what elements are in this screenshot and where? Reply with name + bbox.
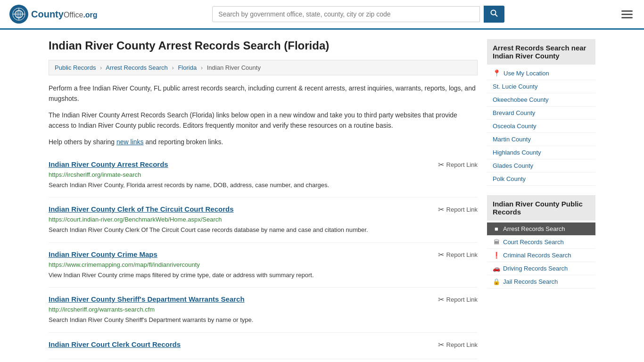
desc-3-suffix: and reporting broken links. bbox=[144, 138, 223, 146]
nearby-link[interactable]: Martin County bbox=[493, 136, 531, 143]
report-link[interactable]: ✂ Report Link bbox=[438, 160, 478, 169]
record-header: Indian River Court Clerk Court Records ✂… bbox=[49, 340, 478, 349]
nearby-link[interactable]: Highlands County bbox=[493, 149, 541, 156]
sidebar-item-icon: 🏛 bbox=[493, 239, 500, 246]
logo-area: CountyOffice.org bbox=[9, 5, 98, 24]
new-links-link[interactable]: new links bbox=[116, 138, 144, 146]
report-label: Report Link bbox=[446, 341, 478, 348]
breadcrumb-sep-2: › bbox=[172, 64, 173, 71]
record-item: Indian River Court Clerk Court Records ✂… bbox=[49, 333, 478, 359]
main-content: Indian River County Arrest Records Searc… bbox=[49, 39, 478, 359]
record-title[interactable]: Indian River Court Clerk Court Records bbox=[49, 340, 181, 348]
nearby-list-item[interactable]: 📍Use My Location bbox=[487, 66, 595, 80]
nearby-list-item[interactable]: St. Lucie County bbox=[487, 80, 595, 93]
main-container: Indian River County Arrest Records Searc… bbox=[39, 30, 605, 362]
nearby-link[interactable]: Use My Location bbox=[504, 70, 549, 77]
breadcrumb-florida[interactable]: Florida bbox=[178, 64, 197, 71]
desc-3-prefix: Help others by sharing bbox=[49, 138, 116, 146]
public-records-heading: Indian River County Public Records bbox=[487, 195, 595, 221]
record-desc: Search Indian River County Clerk Of The … bbox=[49, 225, 478, 235]
report-icon: ✂ bbox=[438, 340, 444, 349]
record-desc: Search Indian River County Sheriff's Dep… bbox=[49, 315, 478, 325]
page-title: Indian River County Arrest Records Searc… bbox=[49, 39, 478, 52]
search-button[interactable] bbox=[484, 6, 504, 23]
nearby-heading: Arrest Records Search near Indian River … bbox=[487, 39, 595, 65]
nearby-list-item[interactable]: Okeechobee County bbox=[487, 93, 595, 107]
record-url: https://court.indian-river.org/Benchmark… bbox=[49, 216, 478, 223]
nearby-section: Arrest Records Search near Indian River … bbox=[487, 39, 595, 186]
nearby-list-item[interactable]: Brevard County bbox=[487, 107, 595, 120]
public-records-link[interactable]: Driving Records Search bbox=[503, 265, 568, 272]
record-header: Indian River County Clerk of The Circuit… bbox=[49, 205, 478, 214]
logo-text: CountyOffice.org bbox=[31, 9, 98, 20]
breadcrumb-sep-1: › bbox=[100, 64, 102, 71]
search-input[interactable] bbox=[212, 6, 480, 22]
nearby-list-item[interactable]: Osceola County bbox=[487, 120, 595, 133]
report-icon: ✂ bbox=[438, 250, 444, 259]
sidebar-item-icon: 🔒 bbox=[493, 278, 500, 285]
public-records-list-item[interactable]: ❗ Criminal Records Search bbox=[487, 249, 595, 262]
record-desc: View Indian River County crime maps filt… bbox=[49, 271, 478, 280]
public-records-link[interactable]: Arrest Records Search bbox=[503, 225, 565, 232]
nearby-list-item[interactable]: Highlands County bbox=[487, 146, 595, 159]
description-2: The Indian River County Arrest Records S… bbox=[49, 110, 478, 131]
nearby-link[interactable]: Brevard County bbox=[493, 109, 535, 116]
public-records-link[interactable]: Court Records Search bbox=[503, 239, 564, 246]
nearby-list-item[interactable]: Martin County bbox=[487, 133, 595, 146]
location-icon: 📍 bbox=[493, 69, 501, 77]
nearby-list-item[interactable]: Glades County bbox=[487, 159, 595, 173]
record-title[interactable]: Indian River County Clerk of The Circuit… bbox=[49, 205, 234, 213]
report-link[interactable]: ✂ Report Link bbox=[438, 250, 478, 259]
description-1: Perform a free Indian River County, FL p… bbox=[49, 83, 478, 104]
report-link[interactable]: ✂ Report Link bbox=[438, 340, 478, 349]
nearby-link[interactable]: Glades County bbox=[493, 162, 533, 169]
report-label: Report Link bbox=[446, 206, 478, 213]
breadcrumb-public-records[interactable]: Public Records bbox=[55, 64, 96, 71]
search-area bbox=[212, 6, 504, 23]
record-item: Indian River County Arrest Records ✂ Rep… bbox=[49, 153, 478, 198]
nearby-link[interactable]: Okeechobee County bbox=[493, 96, 549, 103]
report-label: Report Link bbox=[446, 251, 478, 258]
menu-button[interactable] bbox=[619, 8, 635, 20]
record-item: Indian River County Clerk of The Circuit… bbox=[49, 197, 478, 243]
report-icon: ✂ bbox=[438, 160, 444, 169]
breadcrumb: Public Records › Arrest Records Search ›… bbox=[49, 60, 478, 75]
record-header: Indian River County Sheriff's Department… bbox=[49, 295, 478, 304]
sidebar-item-icon: ❗ bbox=[493, 252, 500, 259]
record-title[interactable]: Indian River County Arrest Records bbox=[49, 160, 168, 168]
record-header: Indian River County Crime Maps ✂ Report … bbox=[49, 250, 478, 259]
public-records-list-item[interactable]: 🔒 Jail Records Search bbox=[487, 275, 595, 288]
report-icon: ✂ bbox=[438, 205, 444, 214]
nearby-link[interactable]: St. Lucie County bbox=[493, 83, 537, 90]
record-url: https://ircsheriff.org/inmate-search bbox=[49, 171, 478, 178]
nearby-link[interactable]: Osceola County bbox=[493, 123, 537, 130]
public-records-list-item[interactable]: 🚗 Driving Records Search bbox=[487, 262, 595, 275]
record-title[interactable]: Indian River County Crime Maps bbox=[49, 250, 157, 258]
breadcrumb-current: Indian River County bbox=[207, 64, 261, 71]
report-label: Report Link bbox=[446, 161, 478, 168]
breadcrumb-arrest-records[interactable]: Arrest Records Search bbox=[106, 64, 168, 71]
public-records-list-item[interactable]: 🏛 Court Records Search bbox=[487, 236, 595, 249]
public-records-link[interactable]: Jail Records Search bbox=[503, 278, 558, 285]
record-item: Indian River County Crime Maps ✂ Report … bbox=[49, 243, 478, 288]
public-records-list: ■ Arrest Records Search 🏛 Court Records … bbox=[487, 222, 595, 288]
report-link[interactable]: ✂ Report Link bbox=[438, 205, 478, 214]
report-icon: ✂ bbox=[438, 295, 444, 304]
report-link[interactable]: ✂ Report Link bbox=[438, 295, 478, 304]
report-label: Report Link bbox=[446, 296, 478, 303]
records-container: Indian River County Arrest Records ✂ Rep… bbox=[49, 153, 478, 359]
header: CountyOffice.org bbox=[0, 0, 644, 30]
public-records-link[interactable]: Criminal Records Search bbox=[503, 252, 571, 259]
nearby-link[interactable]: Polk County bbox=[493, 175, 526, 182]
nearby-list: 📍Use My LocationSt. Lucie CountyOkeechob… bbox=[487, 66, 595, 186]
record-title[interactable]: Indian River County Sheriff's Department… bbox=[49, 295, 245, 303]
record-item: Indian River County Sheriff's Department… bbox=[49, 288, 478, 333]
breadcrumb-sep-3: › bbox=[201, 64, 203, 71]
record-desc: Search Indian River County, Florida arre… bbox=[49, 181, 478, 190]
svg-line-6 bbox=[495, 15, 498, 17]
record-header: Indian River County Arrest Records ✂ Rep… bbox=[49, 160, 478, 169]
nearby-list-item[interactable]: Polk County bbox=[487, 173, 595, 186]
logo-icon bbox=[9, 5, 28, 24]
public-records-list-item[interactable]: ■ Arrest Records Search bbox=[487, 222, 595, 236]
svg-point-5 bbox=[491, 10, 496, 15]
